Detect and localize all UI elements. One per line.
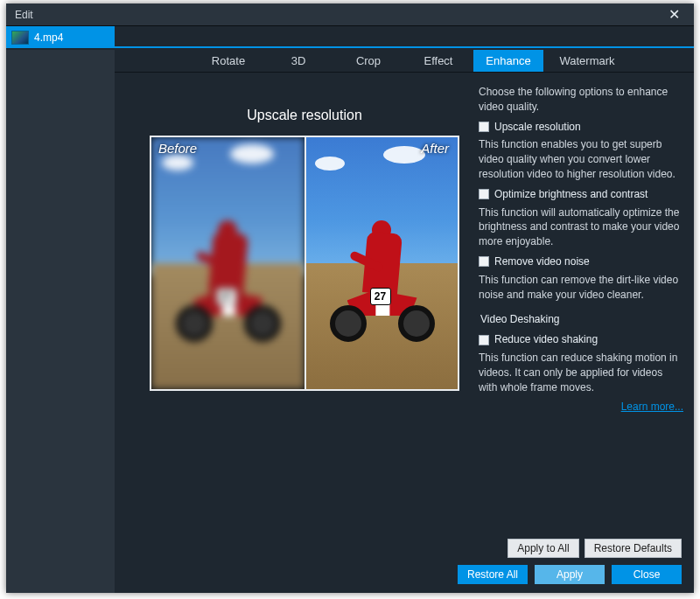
bike-number: 27: [216, 288, 237, 305]
content-area: Upscale resolution 27: [115, 73, 694, 593]
titlebar: Edit ✕: [6, 3, 694, 26]
checkbox-label: Optimize brightness and contrast: [494, 187, 648, 202]
checkbox-box-icon: [479, 256, 489, 267]
tab-3d[interactable]: 3D: [263, 50, 333, 72]
preview-after: 27 After: [304, 137, 458, 389]
checkbox-noise[interactable]: Remove video noise: [479, 254, 683, 269]
restore-all-button[interactable]: Restore All: [458, 565, 528, 584]
learn-more-link[interactable]: Learn more...: [479, 400, 683, 414]
tab-rotate[interactable]: Rotate: [193, 50, 263, 72]
upscale-desc: This function enables you to get superb …: [479, 137, 683, 181]
checkbox-upscale[interactable]: Upscale resolution: [479, 120, 683, 135]
file-tab[interactable]: 4.mp4: [6, 26, 115, 48]
tab-enhance[interactable]: Enhance: [473, 50, 543, 72]
close-button[interactable]: Close: [612, 565, 682, 584]
file-tab-label: 4.mp4: [34, 31, 63, 44]
deshake-desc: This function can reduce shaking motion …: [479, 351, 683, 394]
options-intro: Choose the following options to enhance …: [479, 85, 683, 115]
checkbox-label: Remove video noise: [494, 254, 590, 269]
sidebar: [6, 50, 115, 593]
before-label: Before: [158, 141, 197, 156]
file-tab-strip: 4.mp4: [6, 26, 694, 48]
checkbox-label: Reduce video shaking: [494, 332, 598, 347]
checkbox-deshake[interactable]: Reduce video shaking: [479, 332, 683, 347]
edit-tabs: Rotate 3D Crop Effect Enhance Watermark: [115, 50, 694, 73]
checkbox-box-icon: [479, 335, 489, 345]
window-title: Edit: [15, 9, 663, 21]
after-label: After: [421, 141, 449, 156]
apply-button[interactable]: Apply: [535, 565, 605, 584]
bike-number: 27: [370, 288, 391, 305]
preview-before: 27 Before: [151, 137, 304, 389]
deshake-heading: Video Deshaking: [480, 312, 683, 327]
checkbox-box-icon: [479, 122, 489, 132]
close-icon[interactable]: ✕: [663, 6, 685, 23]
action-button-row: Restore All Apply Close: [458, 565, 682, 584]
restore-defaults-button[interactable]: Restore Defaults: [584, 539, 682, 558]
preview-title: Upscale resolution: [150, 108, 459, 123]
edit-window: Edit ✕ 4.mp4 Rotate 3D Crop Effect Enhan…: [6, 3, 694, 593]
checkbox-brightness[interactable]: Optimize brightness and contrast: [479, 187, 683, 202]
options-panel: Choose the following options to enhance …: [479, 85, 683, 414]
preview-area: Upscale resolution 27: [150, 108, 459, 391]
checkbox-label: Upscale resolution: [494, 120, 581, 135]
tab-watermark[interactable]: Watermark: [543, 50, 631, 72]
file-thumbnail-icon: [11, 31, 29, 45]
brightness-desc: This function will automatically optimiz…: [479, 205, 683, 249]
preview-frame: 27 Before: [150, 136, 459, 391]
checkbox-box-icon: [479, 189, 489, 199]
noise-desc: This function can remove the dirt-like v…: [479, 273, 683, 303]
tab-crop[interactable]: Crop: [333, 50, 403, 72]
tab-effect[interactable]: Effect: [403, 50, 473, 72]
apply-to-all-button[interactable]: Apply to All: [508, 539, 578, 558]
defaults-button-row: Apply to All Restore Defaults: [508, 539, 682, 558]
